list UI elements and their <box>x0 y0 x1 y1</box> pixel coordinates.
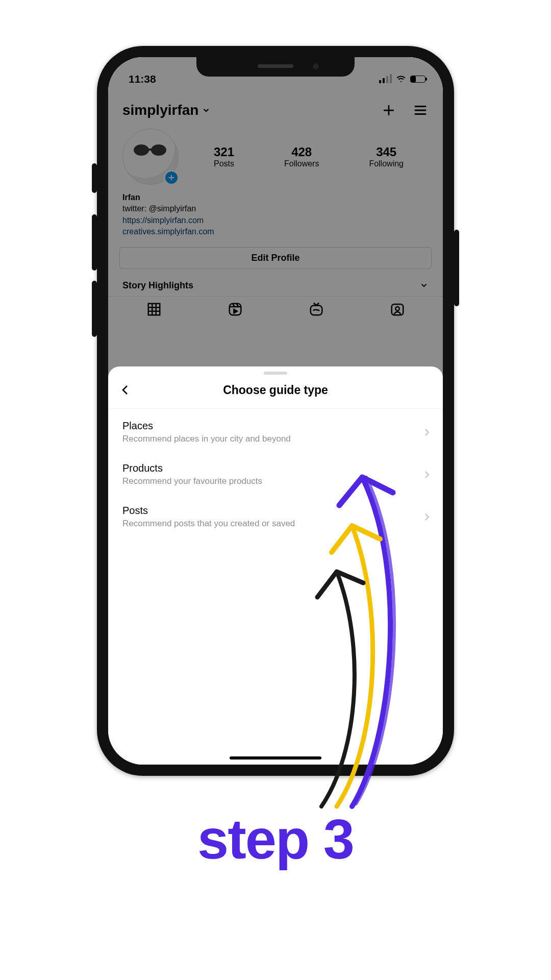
sheet-drag-handle[interactable] <box>264 372 287 375</box>
sheet-title: Choose guide type <box>135 383 416 397</box>
chevron-right-icon <box>421 512 432 522</box>
row-title: Places <box>122 420 421 432</box>
guide-type-sheet: Choose guide type Places Recommend place… <box>108 366 443 765</box>
row-title: Products <box>122 462 421 474</box>
chevron-right-icon <box>421 427 432 437</box>
row-title: Posts <box>122 505 421 517</box>
guide-type-products[interactable]: Products Recommend your favourite produc… <box>108 453 443 496</box>
home-indicator[interactable] <box>230 756 321 760</box>
row-subtitle: Recommend places in your city and beyond <box>122 434 421 444</box>
phone-notch <box>196 57 355 77</box>
step-label: step 3 <box>0 806 551 871</box>
chevron-right-icon <box>421 470 432 480</box>
phone-mockup: 11:38 simplyirfan <box>97 46 454 776</box>
row-subtitle: Recommend your favourite products <box>122 476 421 486</box>
guide-type-places[interactable]: Places Recommend places in your city and… <box>108 411 443 453</box>
back-button[interactable] <box>116 381 135 399</box>
row-subtitle: Recommend posts that you created or save… <box>122 519 421 529</box>
guide-type-posts[interactable]: Posts Recommend posts that you created o… <box>108 496 443 538</box>
chevron-left-icon <box>119 384 132 396</box>
phone-screen: 11:38 simplyirfan <box>108 57 443 765</box>
